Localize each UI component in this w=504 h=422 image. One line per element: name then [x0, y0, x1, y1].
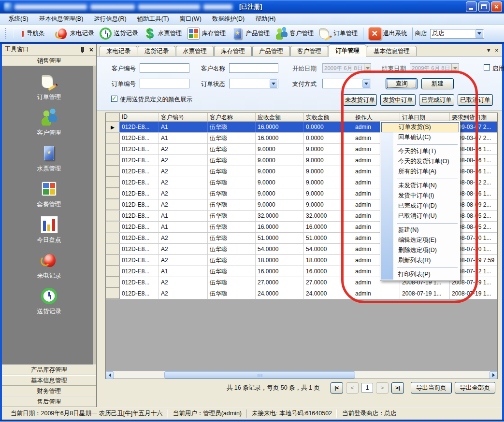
- context-menu-item[interactable]: 所有的订单(A): [381, 167, 459, 177]
- toolbar-button[interactable]: 库存管理: [185, 27, 229, 41]
- context-menu-item[interactable]: 打印列表(P): [381, 269, 459, 280]
- column-header-id[interactable]: ID: [120, 113, 159, 121]
- order-status-select[interactable]: [229, 79, 278, 88]
- context-menu-item[interactable]: 订单发货(S): [381, 122, 459, 132]
- tab[interactable]: 来电记录: [100, 46, 137, 56]
- menubar-item[interactable]: 辅助工具(T): [132, 14, 174, 25]
- sidebar-panel[interactable]: 售后管理: [2, 396, 96, 407]
- toolbar-button[interactable]: 送货记录: [97, 27, 141, 41]
- first-page-button[interactable]: |<: [331, 382, 343, 394]
- column-header-customer-name[interactable]: 客户名称: [208, 113, 256, 121]
- last-page-button[interactable]: >|: [391, 382, 404, 394]
- menubar-item[interactable]: 帮助(H): [250, 14, 281, 25]
- status-filter-button[interactable]: 未发货订单: [343, 94, 377, 106]
- query-button[interactable]: 查询: [386, 78, 418, 89]
- tab[interactable]: 库存管理: [214, 46, 252, 56]
- next-page-button[interactable]: >: [376, 382, 389, 394]
- context-menu-item[interactable]: 今天的订单(T): [381, 146, 459, 156]
- context-menu-item[interactable]: 已取消订单(U): [381, 211, 459, 221]
- status-filter-button[interactable]: 发货中订单: [380, 94, 416, 106]
- sidebar-panel[interactable]: 产品库存管理: [2, 365, 96, 375]
- column-header-receivable[interactable]: 应收金额: [256, 113, 304, 121]
- close-button[interactable]: ×: [491, 1, 502, 12]
- end-date-picker: 2009年 6月 8日: [410, 63, 459, 73]
- menubar-item[interactable]: 系统(S): [3, 14, 34, 25]
- menubar: 系统(S)基本信息管理(B)运行信息(R)辅助工具(T)窗口(W)数据维护(D)…: [0, 14, 504, 25]
- chevron-down-icon[interactable]: [270, 79, 277, 88]
- tab[interactable]: 产品管理: [252, 46, 290, 56]
- minimize-button[interactable]: [466, 1, 477, 12]
- tab[interactable]: 水票管理: [176, 46, 214, 56]
- context-menu-item[interactable]: 已完成订单(D): [381, 201, 459, 211]
- sidebar-item[interactable]: 今日盘点: [2, 216, 96, 244]
- column-header-received[interactable]: 实收金额: [304, 113, 353, 121]
- sidebar-group-sales[interactable]: 销售管理: [2, 56, 96, 66]
- sidebar-item[interactable]: 客户管理: [2, 109, 96, 137]
- page-number-input[interactable]: [361, 383, 373, 393]
- scroll-right-icon[interactable]: [490, 371, 497, 379]
- context-menu-item[interactable]: [381, 177, 459, 181]
- sidebar-item[interactable]: 来电记录: [2, 252, 96, 280]
- customer-name-input[interactable]: [229, 63, 278, 73]
- new-button[interactable]: 新建: [421, 78, 454, 89]
- column-header-required-date[interactable]: 要求到货日期: [450, 113, 497, 121]
- menubar-item[interactable]: 窗口(W): [174, 14, 207, 25]
- toolbar-button[interactable]: 水票管理: [141, 27, 185, 41]
- customer-code-input[interactable]: [140, 63, 189, 73]
- maximize-button[interactable]: [478, 1, 490, 12]
- status-filter-button[interactable]: 已取消订单: [458, 94, 493, 106]
- table-row[interactable]: ▶ 012D-E8... A2 伍华聪 24.0000 24.0000 admi…: [106, 288, 497, 299]
- sidebar-item[interactable]: 水票管理: [2, 144, 96, 173]
- toolbar-button[interactable]: 导航条: [9, 27, 47, 41]
- context-menu-item[interactable]: 未发货订单(N): [381, 181, 459, 191]
- menubar-item[interactable]: 数据维护(D): [207, 14, 250, 25]
- sidebar-close-icon[interactable]: ×: [89, 47, 93, 53]
- export-current-page-button[interactable]: 导出当前页: [411, 382, 452, 394]
- column-header-operator[interactable]: 操作人: [353, 113, 400, 121]
- column-header-order-date[interactable]: 订单日期: [400, 113, 450, 121]
- toolbar-button[interactable]: 退出系统: [366, 27, 410, 41]
- context-menu-item[interactable]: 刷新列表(R): [381, 255, 459, 266]
- sidebar-item[interactable]: 套餐管理: [2, 180, 96, 209]
- tab[interactable]: 送货记录: [138, 46, 175, 56]
- toolbar-button[interactable]: 来电记录: [53, 27, 97, 41]
- status-filter-button[interactable]: 已完成订单: [419, 94, 454, 106]
- context-menu-item[interactable]: 今天的发货订单(O): [381, 156, 459, 167]
- pin-icon[interactable]: [79, 46, 86, 53]
- chevron-down-icon[interactable]: [475, 29, 483, 38]
- order-code-input[interactable]: [140, 79, 189, 88]
- tab[interactable]: 订单管理: [329, 44, 366, 56]
- toolbar-button[interactable]: 订单管理: [317, 27, 360, 41]
- sidebar-panel[interactable]: 财务管理: [2, 386, 96, 396]
- tab-close-icon[interactable]: ×: [495, 47, 498, 53]
- context-menu-item[interactable]: 发货中订单(I): [381, 191, 459, 201]
- prev-page-button[interactable]: <: [346, 382, 359, 394]
- chevron-down-icon[interactable]: [362, 79, 370, 88]
- scroll-left-icon[interactable]: [106, 371, 114, 379]
- enable-checkbox[interactable]: [484, 64, 490, 70]
- horizontal-scrollbar[interactable]: [106, 371, 497, 379]
- context-menu-item[interactable]: [381, 266, 459, 269]
- context-menu-item[interactable]: 编辑选定项(E): [381, 235, 459, 245]
- toolbar-button[interactable]: 产品管理: [229, 27, 273, 41]
- tab[interactable]: 客户管理: [290, 46, 328, 56]
- tab-collapse-icon[interactable]: ▼: [486, 47, 491, 53]
- context-menu-item[interactable]: [381, 142, 459, 146]
- context-menu-item[interactable]: 删除选定项(D): [381, 245, 459, 255]
- context-menu-item[interactable]: 回单确认(C): [381, 132, 459, 142]
- shop-select[interactable]: 总店: [430, 29, 484, 39]
- color-display-checkbox[interactable]: ✓: [111, 96, 117, 102]
- export-all-pages-button[interactable]: 导出全部页: [455, 382, 496, 394]
- sidebar-item[interactable]: 订单管理: [2, 73, 96, 101]
- scrollbar-thumb[interactable]: [164, 371, 355, 379]
- menubar-item[interactable]: 运行信息(R): [88, 14, 131, 25]
- payment-method-select[interactable]: [322, 79, 371, 88]
- context-menu-item[interactable]: 新建(N): [381, 225, 459, 235]
- sidebar-item[interactable]: 送货记录: [2, 287, 96, 316]
- toolbar-button[interactable]: 客户管理: [273, 27, 317, 41]
- column-header-customer-code[interactable]: 客户编号: [159, 113, 208, 121]
- tab[interactable]: 基本信息管理: [367, 46, 417, 56]
- sidebar-panel[interactable]: 基本信息管理: [2, 375, 96, 386]
- context-menu-item[interactable]: [381, 221, 459, 225]
- menubar-item[interactable]: 基本信息管理(B): [34, 14, 89, 25]
